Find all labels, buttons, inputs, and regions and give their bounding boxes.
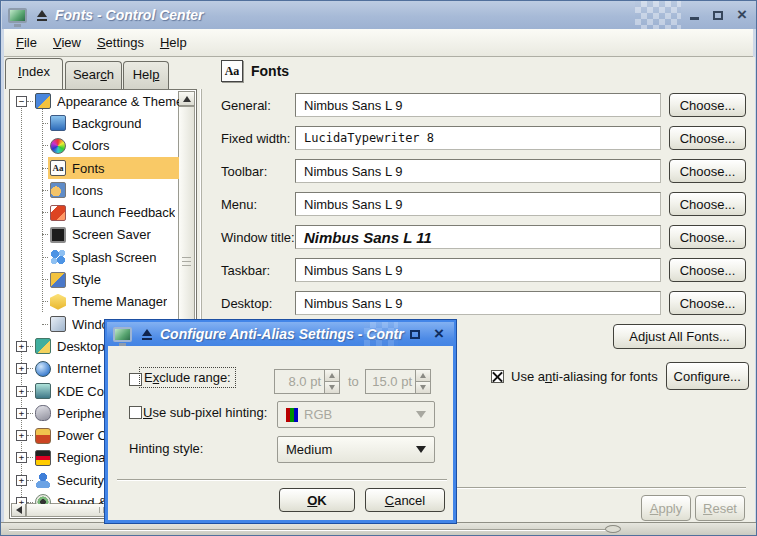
scroll-left-icon[interactable] xyxy=(11,503,26,517)
sticky-icon[interactable] xyxy=(37,10,47,17)
background-icon xyxy=(50,115,66,131)
range-from-spinbox[interactable]: 8.0 pt xyxy=(274,369,340,394)
tree-item[interactable]: − Appearance & Themes xyxy=(11,90,179,112)
choose-button[interactable]: Choose... xyxy=(669,159,746,183)
exclude-range-label[interactable]: Exclude range: xyxy=(139,367,236,388)
tab-help[interactable]: Help xyxy=(123,61,169,89)
maximize-icon[interactable] xyxy=(406,325,424,343)
rgb-stripes-icon xyxy=(286,408,298,422)
range-to-spinbox[interactable]: 15.0 pt xyxy=(365,369,431,394)
tree-item-label: Desktop xyxy=(57,339,105,354)
close-icon[interactable]: × xyxy=(430,325,448,343)
spin-up-icon[interactable] xyxy=(325,370,339,382)
tree-item[interactable]: Splash Screen xyxy=(11,246,179,268)
tree-item[interactable]: Screen Saver xyxy=(11,224,179,246)
choose-button[interactable]: Choose... xyxy=(669,258,746,282)
tree-item[interactable]: Icons xyxy=(11,179,179,201)
separator xyxy=(117,479,447,481)
app-icon xyxy=(8,8,27,23)
font-setting-row: Toolbar: Nimbus Sans L 9 Choose... xyxy=(221,159,746,183)
antialias-row: Use anti-aliasing for fonts Configure... xyxy=(491,362,749,390)
spin-down-icon[interactable] xyxy=(416,382,430,393)
tree-item[interactable]: Launch Feedback xyxy=(11,201,179,223)
font-row-label: Fixed width: xyxy=(221,131,295,146)
apply-button[interactable]: Apply xyxy=(641,495,691,521)
expander-icon[interactable]: + xyxy=(16,408,27,419)
sound-icon xyxy=(35,494,51,504)
titlebar[interactable]: Fonts - Control Center × xyxy=(2,1,757,29)
font-setting-row: General: Nimbus Sans L 9 Choose... xyxy=(221,93,746,117)
font-row-label: General: xyxy=(221,98,295,113)
sticky-icon[interactable] xyxy=(142,329,152,336)
expander-icon[interactable]: + xyxy=(16,341,27,352)
tab-index[interactable]: Index xyxy=(5,58,63,89)
expander-icon[interactable]: + xyxy=(16,430,27,441)
configure-button[interactable]: Configure... xyxy=(666,362,749,390)
menu-file[interactable]: File xyxy=(8,31,45,54)
window-decorations-icon xyxy=(50,316,66,332)
screen-saver-icon xyxy=(50,227,66,243)
app-icon xyxy=(113,327,132,342)
adjust-all-fonts-button[interactable]: Adjust All Fonts... xyxy=(613,324,746,349)
antialias-label[interactable]: Use anti-aliasing for fonts xyxy=(511,369,658,384)
expander-icon[interactable]: + xyxy=(16,363,27,374)
choose-button[interactable]: Choose... xyxy=(669,126,746,150)
kde-components-icon xyxy=(35,383,51,399)
scroll-up-icon[interactable] xyxy=(178,91,195,106)
hinting-style-dropdown[interactable]: Medium xyxy=(277,436,435,463)
font-setting-row: Fixed width: LucidaTypewriter 8 Choose..… xyxy=(221,126,746,150)
maximize-icon[interactable] xyxy=(709,6,727,24)
choose-button[interactable]: Choose... xyxy=(669,225,746,249)
cancel-button[interactable]: Cancel xyxy=(365,488,445,512)
splash-screen-icon xyxy=(50,249,66,265)
menu-view[interactable]: View xyxy=(45,31,89,54)
colors-icon xyxy=(50,138,66,154)
titlebar-pattern xyxy=(364,322,398,346)
menubar: File View Settings Help xyxy=(4,29,755,57)
tree-item-label: Screen Saver xyxy=(72,227,151,242)
tab-search[interactable]: Search xyxy=(65,61,122,89)
spin-down-icon[interactable] xyxy=(325,382,339,393)
tree-item-label: Icons xyxy=(72,183,103,198)
tree-item-label: Regional xyxy=(57,450,108,465)
resize-handle[interactable] xyxy=(605,525,621,533)
choose-button[interactable]: Choose... xyxy=(669,291,746,315)
expander-icon[interactable]: − xyxy=(16,96,27,107)
dialog-titlebar[interactable]: Configure Anti-Alias Settings - Contr × xyxy=(107,322,454,346)
tree-item[interactable]: Colors xyxy=(11,135,179,157)
expander-icon[interactable]: + xyxy=(16,452,27,463)
frame-groove xyxy=(9,529,609,530)
hinting-style-label: Hinting style: xyxy=(129,441,203,456)
tree-item[interactable]: Background xyxy=(11,112,179,134)
menu-settings[interactable]: Settings xyxy=(89,31,152,54)
expander-icon[interactable]: + xyxy=(16,475,27,486)
tree-item[interactable]: Theme Manager xyxy=(11,291,179,313)
expander-icon[interactable]: + xyxy=(16,497,27,504)
tree-item-label: Launch Feedback xyxy=(72,205,175,220)
font-row-label: Menu: xyxy=(221,197,295,212)
tree-item[interactable]: Style xyxy=(11,268,179,290)
choose-button[interactable]: Choose... xyxy=(669,192,746,216)
minimize-icon[interactable] xyxy=(685,6,703,24)
chevron-down-icon xyxy=(416,446,426,453)
icons-icon xyxy=(50,182,66,198)
tree-item-label: Splash Screen xyxy=(72,250,157,265)
reset-button[interactable]: Reset xyxy=(695,495,745,521)
tree-item[interactable]: Aa Fonts xyxy=(11,157,179,179)
expander-icon[interactable]: + xyxy=(16,386,27,397)
peripherals-icon xyxy=(35,405,51,421)
close-icon[interactable]: × xyxy=(733,6,751,24)
desktop-icon xyxy=(35,338,51,354)
page-title: Fonts xyxy=(251,63,289,79)
subpixel-type-dropdown[interactable]: RGB xyxy=(277,401,435,428)
ok-button[interactable]: OK xyxy=(279,488,355,512)
subpixel-hinting-label[interactable]: Use sub-pixel hinting: xyxy=(143,405,267,420)
font-setting-row: Window title: Nimbus Sans L 11 Choose... xyxy=(221,225,746,249)
spin-up-icon[interactable] xyxy=(416,370,430,382)
menu-help[interactable]: Help xyxy=(152,31,195,54)
choose-button[interactable]: Choose... xyxy=(669,93,746,117)
launch-feedback-icon xyxy=(50,205,66,221)
antialias-checkbox[interactable] xyxy=(491,370,504,383)
subpixel-hinting-checkbox[interactable] xyxy=(129,406,142,419)
dialog-body: Exclude range: 8.0 pt to 15.0 pt Use sub… xyxy=(108,346,453,520)
